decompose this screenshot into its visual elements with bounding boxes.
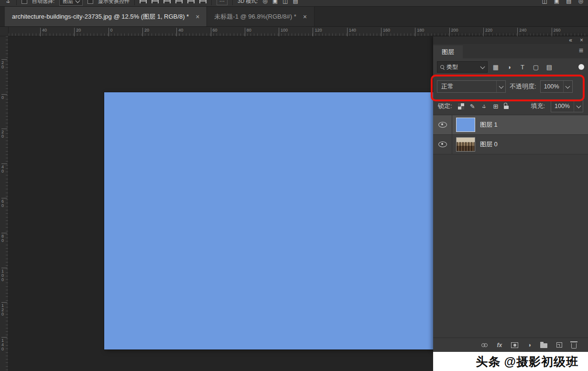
tab-architecture-document[interactable]: architecture-buildings-city-23735.jpg @ … — [5, 7, 207, 26]
lock-image-pixels-icon[interactable]: ✎ — [470, 103, 475, 110]
watermark-strip: 头条 @摄影初级班 — [433, 352, 588, 371]
ruler-horizontal[interactable]: 4020020406080100120140160180200220240260 — [9, 27, 588, 36]
layer-name[interactable]: 图层 1 — [480, 120, 498, 129]
eye-icon — [438, 122, 447, 128]
layer-filter-row: 类型 ▦ ◑ T ▢ ▤ — [433, 58, 588, 76]
ruler-v-number: 0 — [1, 94, 7, 100]
ruler-h-number: 220 — [483, 28, 492, 36]
ruler-h-number: 180 — [415, 28, 424, 36]
layer-thumbnail[interactable] — [456, 137, 475, 152]
arrange-icon[interactable]: ▣ — [554, 0, 559, 4]
layer-thumbnail[interactable] — [456, 118, 475, 132]
layer-filter-toggle[interactable] — [578, 64, 584, 70]
layers-list: 图层 1 图层 0 — [433, 115, 588, 154]
layer-row-layer-0[interactable]: 图层 0 — [433, 135, 588, 154]
lock-all-icon[interactable] — [504, 106, 509, 109]
more-align-options-button[interactable]: ⋯ — [217, 0, 228, 5]
mode-3d-label: 3D 模式: — [238, 0, 258, 5]
ruler-v-number: 100 — [1, 268, 7, 282]
ruler-h-number: 120 — [313, 28, 322, 36]
ruler-h-number: 160 — [381, 28, 390, 36]
panel-group-topbar: « × — [433, 36, 588, 44]
fill-value: 100% — [555, 103, 574, 109]
add-layer-mask-icon[interactable] — [511, 342, 518, 348]
visibility-toggle[interactable] — [433, 115, 452, 134]
collapse-panels-icon[interactable]: « — [569, 37, 572, 43]
filter-pixel-layers-icon[interactable]: ▦ — [491, 64, 500, 71]
fill-label: 填充: — [531, 102, 545, 110]
tab-close-icon[interactable]: × — [303, 13, 307, 21]
opacity-input[interactable]: 100% — [540, 80, 573, 93]
layers-panel-footer: fx ◑ — [433, 338, 588, 352]
3d-rotate-icon[interactable]: ◎ — [262, 0, 267, 4]
new-group-icon[interactable] — [540, 343, 547, 348]
blend-mode-row: 正常 不透明度: 100% — [433, 76, 588, 98]
layer-filter-type-select[interactable]: 类型 — [437, 61, 488, 73]
layer-row-layer-1[interactable]: 图层 1 — [433, 115, 588, 135]
opacity-dropdown-segment[interactable] — [563, 81, 572, 92]
tool-options-bar: ↔↕ 自动选择: 图层 显示变换控件 ⋯ 3D 模式: ◎ ▣ ◫ ▤ ◫ ▣ … — [0, 0, 588, 7]
3d-drag-icon[interactable]: ◫ — [283, 0, 288, 4]
new-layer-icon[interactable] — [556, 342, 562, 348]
ruler-v-number: 140 — [1, 337, 7, 351]
blend-mode-dropdown-segment[interactable] — [496, 81, 505, 92]
fill-dropdown-segment[interactable] — [574, 100, 583, 112]
watermark-handle: @摄影初级班 — [504, 354, 578, 370]
visibility-toggle[interactable] — [433, 135, 452, 154]
watermark-text: 头条 @摄影初级班 — [476, 354, 578, 370]
align-left-icon[interactable] — [140, 0, 147, 3]
ruler-v-number: 80 — [1, 233, 7, 243]
arrow-vertical-glyph: ↕ — [5, 0, 11, 4]
ruler-h-number: 140 — [347, 28, 356, 36]
ruler-h-number: 20 — [142, 28, 149, 36]
filter-type-layers-icon[interactable]: T — [518, 64, 527, 71]
move-tool-icon[interactable]: ↔↕ — [5, 0, 11, 4]
canvas-document[interactable] — [104, 92, 433, 349]
ruler-origin-corner[interactable] — [0, 27, 9, 36]
3d-roll-icon[interactable]: ▣ — [272, 0, 278, 4]
delete-layer-icon[interactable] — [571, 343, 577, 349]
show-transform-checkbox[interactable] — [87, 0, 93, 4]
blend-mode-select[interactable]: 正常 — [437, 80, 506, 93]
opacity-label: 不透明度: — [510, 82, 536, 91]
close-panel-icon[interactable]: × — [580, 37, 583, 43]
ruler-h-number: 40 — [40, 28, 47, 36]
screen-mode-icon[interactable]: ◎ — [578, 0, 583, 4]
extras-icon[interactable]: ▤ — [566, 0, 571, 4]
arrow-vertical-glyph: ↕ — [481, 103, 488, 109]
3d-slide-icon[interactable]: ▤ — [293, 0, 298, 4]
ruler-vertical[interactable]: 20020406080100120140 — [0, 36, 9, 371]
options-divider — [232, 0, 233, 5]
opacity-value: 100% — [544, 83, 563, 90]
lock-transparent-pixels-icon[interactable] — [458, 103, 464, 109]
filter-smart-object-icon[interactable]: ▤ — [545, 64, 554, 71]
options-divider — [211, 0, 212, 5]
align-right-icon[interactable] — [163, 0, 171, 3]
auto-select-target-select[interactable]: 图层 — [59, 0, 83, 6]
layer-style-icon[interactable]: fx — [497, 342, 502, 349]
fill-input[interactable]: 100% — [551, 100, 583, 112]
auto-select-checkbox[interactable] — [22, 0, 27, 4]
filter-adjustment-layers-icon[interactable]: ◑ — [505, 64, 513, 71]
adjustment-layer-icon[interactable]: ◑ — [527, 341, 531, 349]
align-center-icon[interactable] — [152, 0, 159, 3]
ruler-v-number: 120 — [1, 302, 7, 316]
link-layers-icon[interactable] — [481, 343, 488, 347]
distribute-center-icon[interactable] — [187, 0, 195, 3]
filter-shape-layers-icon[interactable]: ▢ — [532, 64, 540, 71]
lock-position-icon[interactable]: ↔↕ — [481, 103, 488, 109]
panel-menu-icon[interactable]: ≡ — [579, 46, 583, 55]
layer-name[interactable]: 图层 0 — [480, 140, 498, 149]
distribute-left-icon[interactable] — [175, 0, 183, 3]
auto-select-target-value: 图层 — [63, 0, 73, 5]
tab-layers-panel[interactable]: 图层 — [433, 45, 463, 58]
tab-close-icon[interactable]: × — [196, 13, 199, 21]
workspace-icon[interactable]: ◫ — [542, 0, 547, 4]
layers-panel-title: 图层 — [442, 48, 454, 56]
distribute-right-icon[interactable] — [199, 0, 207, 3]
tab-untitled-document[interactable]: 未标题-1 @ 96.8%(RGB/8#) * × — [207, 7, 315, 26]
watermark-brand: 头条 — [476, 354, 501, 370]
ruler-h-number: 100 — [279, 28, 288, 36]
lock-artboard-icon[interactable]: ⊞ — [493, 103, 499, 110]
blend-mode-value: 正常 — [441, 82, 496, 91]
